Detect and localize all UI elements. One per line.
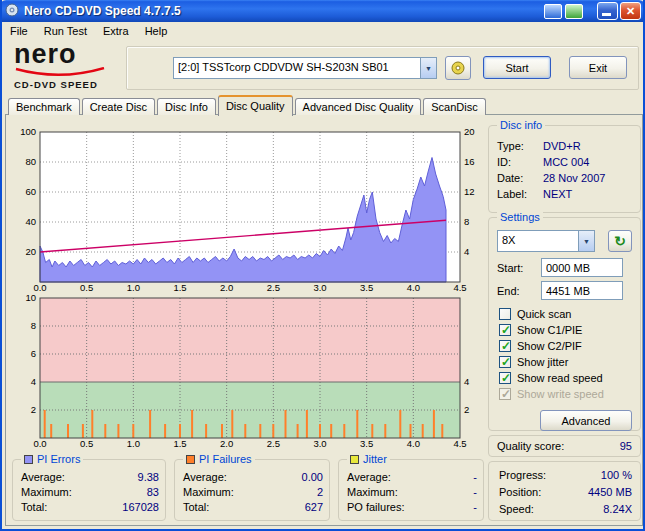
menu-extra[interactable]: Extra [95,23,137,39]
tab-disc-quality[interactable]: Disc Quality [218,95,293,116]
end-position-input[interactable] [541,281,623,300]
checkbox-show-read-speed[interactable]: Show read speed [499,370,634,386]
disc-info-row: ID:MCC 004 [497,154,634,170]
speed-row: Speed:8.24X [497,501,634,518]
svg-text:4: 4 [464,376,469,387]
jitter-legend-swatch [350,455,359,464]
menu-file[interactable]: File [2,23,36,39]
tab-advanced-disc-quality[interactable]: Advanced Disc Quality [295,98,422,115]
tab-scandisc[interactable]: ScanDisc [423,98,485,115]
svg-text:20: 20 [25,246,36,257]
end-position-label: End: [497,285,541,297]
tab-disc-info[interactable]: Disc Info [157,98,216,115]
menu-run-test[interactable]: Run Test [36,23,95,39]
checkbox-show-jitter[interactable]: Show jitter [499,354,634,370]
checkbox-icon [499,308,511,320]
svg-text:16: 16 [464,156,475,167]
disc-label-label: Label: [497,186,543,202]
svg-text:4: 4 [464,246,469,257]
exit-button[interactable]: Exit [569,56,627,79]
jitter-average: - [473,470,477,485]
pi-failures-legend-swatch [186,455,195,464]
svg-text:4: 4 [31,376,36,387]
pi-failures-average: 0.00 [302,470,323,485]
disc-id-value: MCC 004 [543,154,589,170]
progress-value: 100 % [601,467,632,484]
drive-panel: [2:0] TSSTcorp CDDVDW SH-S203N SB01 ▼ St… [126,46,639,90]
svg-text:2: 2 [464,404,469,415]
pi-failures-legend-title: PI Failures [199,452,252,466]
tab-benchmark[interactable]: Benchmark [8,98,80,115]
advanced-button[interactable]: Advanced [540,410,632,431]
start-button[interactable]: Start [483,56,551,79]
pi-errors-average: 9.38 [138,470,159,485]
settings-title: Settings [497,210,543,224]
svg-text:1.5: 1.5 [173,438,186,449]
jitter-legend-group: Jitter Average:- Maximum:- PO failures:- [338,459,484,521]
svg-text:80: 80 [25,156,36,167]
progress-row: Progress:100 % [497,467,634,484]
disc-date-label: Date: [497,170,543,186]
window-title: Nero CD-DVD Speed 4.7.7.5 [24,4,541,18]
drive-select[interactable]: [2:0] TSSTcorp CDDVDW SH-S203N SB01 ▼ [173,57,437,79]
titlebar-extra-icon-green[interactable] [565,4,583,19]
checkbox-icon [499,324,511,336]
quality-score-value: 95 [620,440,632,452]
quality-score-label: Quality score: [497,440,564,452]
svg-text:3.5: 3.5 [360,438,373,449]
progress-label: Progress: [499,467,546,484]
svg-text:2.0: 2.0 [220,438,233,449]
svg-text:6: 6 [31,348,36,359]
quality-score-box: Quality score: 95 [488,435,641,457]
checkbox-show-write-speed[interactable]: Show write speed [499,386,634,402]
titlebar[interactable]: Nero CD-DVD Speed 4.7.7.5 ✕ [0,0,645,22]
disc-type-value: DVD+R [543,138,581,154]
disc-icon [451,61,465,75]
svg-text:0.0: 0.0 [33,438,46,449]
jitter-legend-title: Jitter [363,452,387,466]
checkbox-quick-scan[interactable]: Quick scan [499,306,634,322]
svg-text:20: 20 [464,126,475,137]
drive-select-value: [2:0] TSSTcorp CDDVDW SH-S203N SB01 [174,58,420,78]
disc-type-label: Type: [497,138,543,154]
settings-group: Settings 8X ▼ ↻ Start: End: Quick scan S… [488,217,641,431]
svg-text:3.0: 3.0 [313,438,326,449]
chevron-down-icon[interactable]: ▼ [578,231,594,251]
jitter-po-failures: - [473,500,477,515]
titlebar-extra-icon-blue[interactable] [544,4,562,19]
close-button[interactable]: ✕ [620,2,641,20]
speed-select[interactable]: 8X ▼ [497,230,595,252]
nero-red-swoosh-icon [14,67,106,76]
minimize-icon [602,13,611,16]
app-disc-icon [5,3,19,19]
refresh-button[interactable]: ↻ [608,230,632,252]
minimize-button[interactable] [597,2,618,20]
svg-text:4.0: 4.0 [407,438,420,449]
svg-text:100: 100 [20,126,36,137]
disc-info-row: Date:28 Nov 2007 [497,170,634,186]
pi-failures-legend-group: PI Failures Average:0.00 Maximum:2 Total… [174,459,330,521]
svg-text:12: 12 [464,186,475,197]
menu-bar: File Run Test Extra Help [2,22,643,40]
start-position-input[interactable] [541,258,623,277]
checkbox-show-c1-pie[interactable]: Show C1/PIE [499,322,634,338]
position-row: Position:4450 MB [497,484,634,501]
menu-help[interactable]: Help [137,23,176,39]
refresh-icon: ↻ [614,234,626,248]
position-value: 4450 MB [588,484,632,501]
position-label: Position: [499,484,541,501]
checkbox-icon [499,372,511,384]
pi-errors-total: 167028 [122,500,159,515]
svg-text:2: 2 [31,404,36,415]
svg-text:60: 60 [25,186,36,197]
pi-errors-maximum: 83 [147,485,159,500]
progress-box: Progress:100 % Position:4450 MB Speed:8.… [488,461,641,521]
checkbox-show-c2-pif[interactable]: Show C2/PIF [499,338,634,354]
chevron-down-icon[interactable]: ▼ [420,58,436,78]
disc-info-row: Label:NEXT [497,186,634,202]
drive-info-button[interactable] [445,56,471,80]
svg-text:1.0: 1.0 [127,438,140,449]
pi-failures-total: 627 [305,500,323,515]
tab-create-disc[interactable]: Create Disc [82,98,155,115]
pi-failures-chart: 246810240.00.51.01.52.02.53.03.54.04.5 [10,292,486,454]
